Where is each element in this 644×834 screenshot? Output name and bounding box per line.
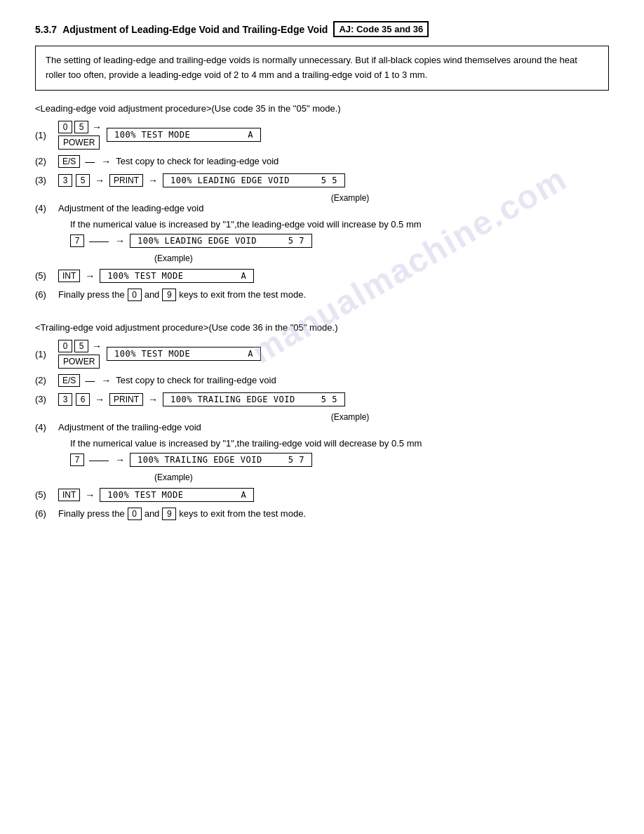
t-key-7: 7 — [70, 454, 84, 466]
trailing-step-2: (2) E/S — Test copy to check for trailin… — [35, 374, 609, 387]
trailing-step-6: (6) Finally press the 0 and 9 keys to ex… — [35, 508, 609, 520]
info-text: The setting of leading-edge and trailing… — [46, 55, 577, 80]
t-key-5: 5 — [74, 340, 88, 352]
step-2-label: (2) — [35, 156, 55, 166]
t-arrow-1 — [92, 340, 102, 352]
key-7: 7 — [70, 234, 84, 247]
key-9a: 9 — [162, 289, 176, 301]
display-val-2: A — [241, 271, 247, 281]
trailing-step-5: (5) INT 100% TEST MODE A — [35, 488, 609, 502]
display-leading-void-2: 100% LEADING EDGE VOID 5 7 — [130, 234, 312, 248]
key-3a: 3 — [58, 174, 72, 187]
display-leading-val-2: 5 7 — [288, 236, 304, 246]
leading-step-1: (1) 0 5 POWER 100% TEST MODE A — [35, 121, 609, 150]
display-test-mode-1: 100% TEST MODE A — [107, 128, 261, 142]
t-step-2-label: (2) — [35, 375, 55, 385]
display-text-1: 100% TEST MODE — [114, 130, 190, 140]
arrow-3b — [148, 175, 158, 186]
t-step-6-text-after: keys to exit from the test mode. — [179, 508, 306, 519]
step-1-body: 0 5 POWER 100% TEST MODE A — [58, 121, 261, 150]
trailing-step-3: (3) 3 6 PRINT 100% TRAILING EDGE VOID 5 … — [35, 392, 609, 422]
step-6-body: Finally press the 0 and 9 keys to exit f… — [58, 289, 306, 301]
step-2-body: E/S — Test copy to check for leading-edg… — [58, 155, 279, 168]
section-title: 5.3.7 Adjustment of Leading-Edge Void an… — [35, 21, 609, 37]
t-display-text-2: 100% TEST MODE — [107, 490, 183, 500]
print-key: PRINT — [109, 174, 143, 187]
step-4-desc: If the numerical value is increased by "… — [70, 219, 609, 230]
t-step-2-text: Test copy to check for trailing-edge voi… — [116, 375, 276, 385]
key-0a: 0 — [128, 289, 142, 301]
t-step-1-label: (1) — [35, 349, 55, 359]
t-step-4-content: If the numerical value is increased by "… — [70, 438, 609, 482]
leading-step-4: (4) Adjustment of the leading-edge void … — [35, 203, 609, 263]
arrow-4b — [115, 235, 125, 246]
step-1-keys: 0 5 — [58, 121, 103, 133]
t-step-5-label: (5) — [35, 489, 55, 500]
display-leading-val-1: 5 5 — [321, 176, 337, 185]
arrow-2r — [101, 156, 111, 167]
t-step-1-body: 0 5 POWER 100% TEST MODE A — [58, 340, 261, 369]
t-step-6-label: (6) — [35, 508, 55, 519]
t-arrow-3a — [95, 394, 105, 405]
t-step-3-body: 3 6 PRINT 100% TRAILING EDGE VOID 5 5 — [58, 392, 345, 406]
t-key-int-1: INT — [58, 489, 80, 501]
t-key-9a: 9 — [162, 508, 176, 520]
step-6-text-after: keys to exit from the test mode. — [179, 289, 306, 300]
step-6-text-mid: and — [145, 289, 160, 300]
t-key-6a: 6 — [76, 393, 90, 406]
key-5: 5 — [74, 121, 88, 133]
t-arrow-4a: —— — [89, 454, 109, 465]
t-key-0a: 0 — [128, 508, 142, 520]
trailing-edge-section: <Trailing-edge void adjustment procedure… — [35, 322, 609, 520]
section-heading: Adjustment of Leading-Edge Void and Trai… — [62, 24, 328, 35]
key-es: E/S — [58, 155, 80, 168]
t-display-trailing-void-2: 100% TRAILING EDGE VOID 5 7 — [130, 453, 312, 467]
t-step-2-body: E/S — Test copy to check for trailing-ed… — [58, 374, 276, 387]
display-text-2: 100% TEST MODE — [107, 271, 183, 281]
display-leading-text-1: 100% LEADING EDGE VOID — [170, 176, 290, 185]
t-power-key: POWER — [58, 355, 100, 369]
arrow-5 — [85, 270, 95, 282]
arrow-3a — [95, 175, 105, 186]
t-step-4-label: (4) — [35, 422, 55, 432]
t-arrow-2r — [101, 375, 111, 386]
t-display-trailing-val-2: 5 7 — [288, 455, 304, 465]
t-key-0: 0 — [58, 340, 72, 352]
t-step-1-keys: 0 5 — [58, 340, 103, 352]
t-display-text-1: 100% TEST MODE — [114, 349, 190, 359]
t-arrow-5 — [85, 489, 95, 501]
t-display-val-2: A — [241, 490, 247, 500]
section-code: AJ: Code 35 and 36 — [333, 21, 429, 37]
t-print-key: PRINT — [109, 393, 143, 406]
display-leading-text-2: 100% LEADING EDGE VOID — [137, 236, 257, 246]
t-step-4-desc: If the numerical value is increased by "… — [70, 438, 609, 449]
t-key-es: E/S — [58, 374, 80, 387]
t-display-trailing-void-1: 100% TRAILING EDGE VOID 5 5 — [163, 392, 345, 406]
display-val-1: A — [248, 130, 253, 140]
trailing-step-4: (4) Adjustment of the trailing-edge void… — [35, 422, 609, 482]
step-3-label: (3) — [35, 175, 55, 185]
leading-step-5: (5) INT 100% TEST MODE A — [35, 269, 609, 283]
t-step-6-text-mid: and — [145, 508, 160, 519]
leading-step-2: (2) E/S — Test copy to check for leading… — [35, 155, 609, 168]
key-0: 0 — [58, 121, 72, 133]
t-step-6-body: Finally press the 0 and 9 keys to exit f… — [58, 508, 306, 520]
display-test-mode-2: 100% TEST MODE A — [100, 269, 254, 283]
key-5a: 5 — [76, 174, 90, 187]
step-5-body: INT 100% TEST MODE A — [58, 269, 254, 283]
t-display-val-1: A — [248, 349, 253, 359]
power-key: POWER — [58, 135, 100, 150]
step-1-label: (1) — [35, 130, 55, 140]
t-display-test-mode-2: 100% TEST MODE A — [100, 488, 254, 502]
section-number: 5.3.7 — [35, 24, 57, 35]
t-arrow-3b — [148, 394, 158, 405]
t-step-4-title: Adjustment of the trailing-edge void — [58, 422, 201, 432]
step-2-text: Test copy to check for leading-edge void — [116, 156, 279, 166]
t-display-trailing-text-1: 100% TRAILING EDGE VOID — [170, 395, 295, 404]
key-int-1: INT — [58, 270, 80, 282]
step-6-label: (6) — [35, 289, 55, 300]
step-4-title: Adjustment of the leading-edge void — [58, 203, 203, 213]
step-1-power-block: 0 5 POWER — [58, 121, 103, 150]
info-box: The setting of leading-edge and trailing… — [35, 46, 609, 91]
trailing-step-1: (1) 0 5 POWER 100% TEST MODE A — [35, 340, 609, 369]
